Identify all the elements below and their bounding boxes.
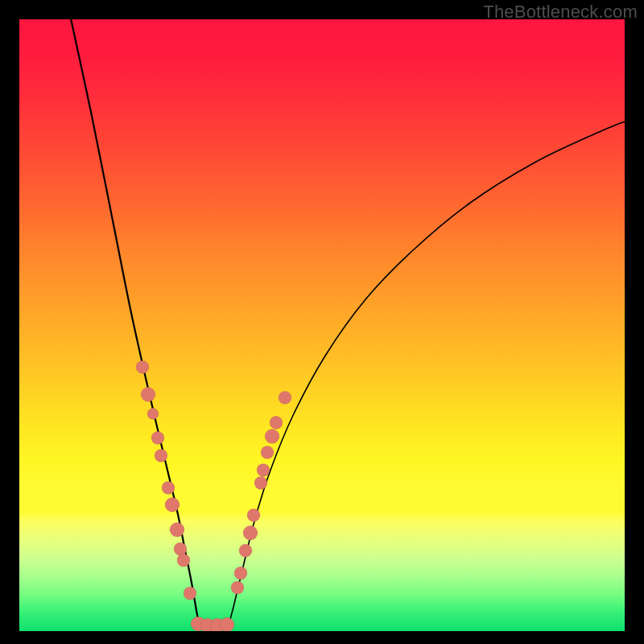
data-marker-left: [170, 522, 184, 537]
chart-frame: TheBottleneck.com: [0, 0, 644, 644]
data-marker-left: [147, 408, 159, 419]
data-marker-right: [239, 544, 252, 557]
data-marker-left: [141, 387, 155, 402]
data-marker-right: [231, 581, 244, 594]
data-marker-right: [234, 567, 247, 580]
data-marker-right: [257, 464, 270, 477]
data-marker-left: [184, 587, 196, 600]
data-marker-left: [162, 481, 175, 494]
data-marker-right: [279, 391, 291, 404]
data-marker-left: [155, 449, 167, 462]
data-marker-right: [254, 477, 267, 489]
data-marker-right: [243, 526, 258, 540]
chart-svg: [19, 19, 625, 631]
data-marker-left: [151, 431, 164, 444]
data-marker-right: [265, 429, 279, 444]
plot-area: [19, 19, 625, 631]
data-marker-left: [165, 497, 180, 512]
data-marker-left: [177, 554, 190, 567]
data-marker-right: [261, 446, 274, 459]
data-marker-bottom: [220, 617, 234, 631]
data-marker-right: [270, 416, 283, 429]
curve-right-curve: [229, 121, 625, 625]
data-marker-left: [136, 361, 149, 374]
data-marker-left: [174, 543, 187, 555]
data-marker-right: [247, 509, 260, 522]
